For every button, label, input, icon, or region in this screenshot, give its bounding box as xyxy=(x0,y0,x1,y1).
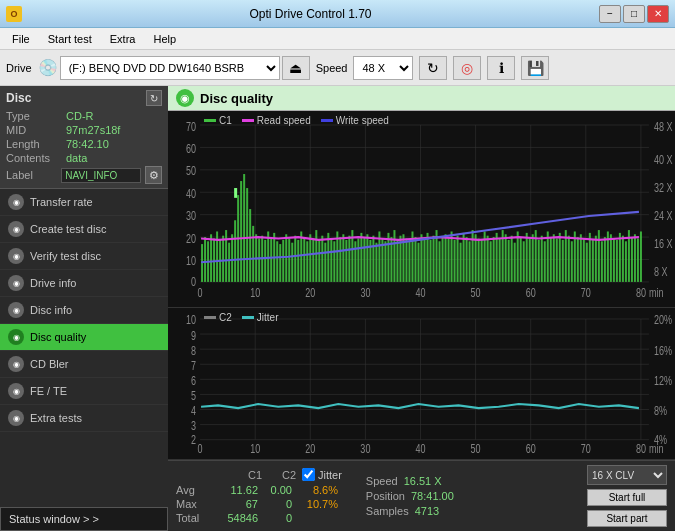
status-window-button[interactable]: Status window > > xyxy=(0,507,168,531)
svg-rect-120 xyxy=(439,241,441,282)
svg-rect-54 xyxy=(240,181,242,282)
svg-rect-92 xyxy=(354,241,356,282)
start-full-button[interactable]: Start full xyxy=(587,489,667,506)
c1-legend-color xyxy=(204,119,216,122)
svg-text:70: 70 xyxy=(581,442,591,456)
svg-rect-109 xyxy=(405,238,407,281)
speed-row: Speed 16.51 X xyxy=(366,475,454,487)
refresh-button[interactable]: ↻ xyxy=(419,56,447,80)
total-label: Total xyxy=(176,512,212,524)
chart2-svg: 10 9 8 7 6 5 4 3 2 20% 16% 12% 8% 4% 0 xyxy=(168,308,675,459)
svg-rect-151 xyxy=(532,234,534,282)
start-part-button[interactable]: Start part xyxy=(587,510,667,527)
disc-info-icon: ◉ xyxy=(8,302,24,318)
nav-disc-quality[interactable]: ◉ Disc quality xyxy=(0,324,168,351)
minimize-button[interactable]: − xyxy=(599,5,621,23)
svg-rect-138 xyxy=(493,237,495,282)
svg-text:20: 20 xyxy=(305,286,315,300)
svg-rect-136 xyxy=(487,236,489,282)
chart1-svg: 70 60 50 40 30 20 10 0 48 X 40 X 32 X 24… xyxy=(168,111,675,307)
svg-rect-68 xyxy=(282,240,284,282)
app-icon: O xyxy=(6,6,22,22)
svg-rect-94 xyxy=(360,233,362,282)
svg-rect-129 xyxy=(466,237,468,282)
menu-help[interactable]: Help xyxy=(145,31,184,47)
svg-rect-123 xyxy=(448,238,450,281)
svg-rect-78 xyxy=(312,238,314,281)
read-speed-legend-label: Read speed xyxy=(257,115,311,126)
svg-text:24 X: 24 X xyxy=(654,209,673,223)
type-value: CD-R xyxy=(66,110,94,122)
label-gear-button[interactable]: ⚙ xyxy=(145,166,162,184)
svg-rect-134 xyxy=(481,240,483,282)
nav-fe-te-label: FE / TE xyxy=(30,385,67,397)
drive-select[interactable]: (F:) BENQ DVD DD DW1640 BSRB xyxy=(60,56,280,80)
svg-text:min: min xyxy=(649,442,664,456)
svg-rect-99 xyxy=(375,243,377,282)
erase-button[interactable]: ◎ xyxy=(453,56,481,80)
svg-text:30: 30 xyxy=(186,209,196,223)
svg-rect-62 xyxy=(264,240,266,282)
menubar: File Start test Extra Help xyxy=(0,28,675,50)
svg-text:40: 40 xyxy=(186,186,196,200)
charts-area: C1 Read speed Write speed xyxy=(168,111,675,460)
svg-rect-177 xyxy=(610,234,612,282)
nav-verify-test-disc[interactable]: ◉ Verify test disc xyxy=(0,243,168,270)
speed-select[interactable]: 48 X xyxy=(353,56,413,80)
svg-rect-144 xyxy=(511,236,513,282)
disc-info-header: Disc ↻ xyxy=(6,90,162,106)
svg-text:60: 60 xyxy=(526,286,536,300)
nav-fe-te[interactable]: ◉ FE / TE xyxy=(0,378,168,405)
svg-rect-74 xyxy=(300,231,302,281)
svg-rect-181 xyxy=(622,236,624,282)
nav-disc-info-label: Disc info xyxy=(30,304,72,316)
nav-extra-tests[interactable]: ◉ Extra tests xyxy=(0,405,168,432)
disc-refresh-button[interactable]: ↻ xyxy=(146,90,162,106)
nav-create-test-disc[interactable]: ◉ Create test disc xyxy=(0,216,168,243)
info-button[interactable]: ℹ xyxy=(487,56,515,80)
disc-mid-row: MID 97m27s18f xyxy=(6,124,162,136)
c2-legend: C2 xyxy=(204,312,232,323)
svg-rect-145 xyxy=(514,243,516,282)
jitter-checkbox[interactable] xyxy=(302,468,315,481)
drive-icon: 💿 xyxy=(38,58,58,77)
stats-row: C1 C2 Jitter Avg 11.62 0.00 8.6% Max xyxy=(168,460,675,531)
sidebar: Disc ↻ Type CD-R MID 97m27s18f Length 78… xyxy=(0,86,168,531)
svg-rect-112 xyxy=(414,237,416,282)
nav-cd-bler[interactable]: ◉ CD Bler xyxy=(0,351,168,378)
save-button[interactable]: 💾 xyxy=(521,56,549,80)
nav-disc-info[interactable]: ◉ Disc info xyxy=(0,297,168,324)
c1-legend: C1 xyxy=(204,115,232,126)
svg-rect-159 xyxy=(556,238,558,281)
svg-text:0: 0 xyxy=(198,442,203,456)
svg-rect-139 xyxy=(496,233,498,282)
svg-text:5: 5 xyxy=(191,389,196,403)
menu-file[interactable]: File xyxy=(4,31,38,47)
c1-max: 67 xyxy=(218,498,258,510)
nav-transfer-rate[interactable]: ◉ Transfer rate xyxy=(0,189,168,216)
svg-rect-121 xyxy=(442,237,444,282)
svg-rect-127 xyxy=(460,243,462,282)
svg-rect-55 xyxy=(243,174,245,282)
svg-text:70: 70 xyxy=(581,286,591,300)
menu-extra[interactable]: Extra xyxy=(102,31,144,47)
svg-text:8%: 8% xyxy=(654,404,667,418)
c1-legend-label: C1 xyxy=(219,115,232,126)
menu-start-test[interactable]: Start test xyxy=(40,31,100,47)
nav-create-test-disc-label: Create test disc xyxy=(30,223,106,235)
eject-button[interactable]: ⏏ xyxy=(282,56,310,80)
svg-rect-48 xyxy=(222,236,224,282)
svg-rect-117 xyxy=(430,240,432,282)
label-input[interactable] xyxy=(61,168,141,183)
close-button[interactable]: ✕ xyxy=(647,5,669,23)
chart1-legend: C1 Read speed Write speed xyxy=(204,115,389,126)
clv-select[interactable]: 16 X CLV xyxy=(587,465,667,485)
maximize-button[interactable]: □ xyxy=(623,5,645,23)
disc-length-row: Length 78:42.10 xyxy=(6,138,162,150)
c1-chart: C1 Read speed Write speed xyxy=(168,111,675,308)
svg-text:0: 0 xyxy=(198,286,203,300)
svg-rect-52 xyxy=(234,220,236,282)
svg-text:48 X: 48 X xyxy=(654,119,673,133)
nav-drive-info[interactable]: ◉ Drive info xyxy=(0,270,168,297)
svg-rect-114 xyxy=(420,234,422,282)
